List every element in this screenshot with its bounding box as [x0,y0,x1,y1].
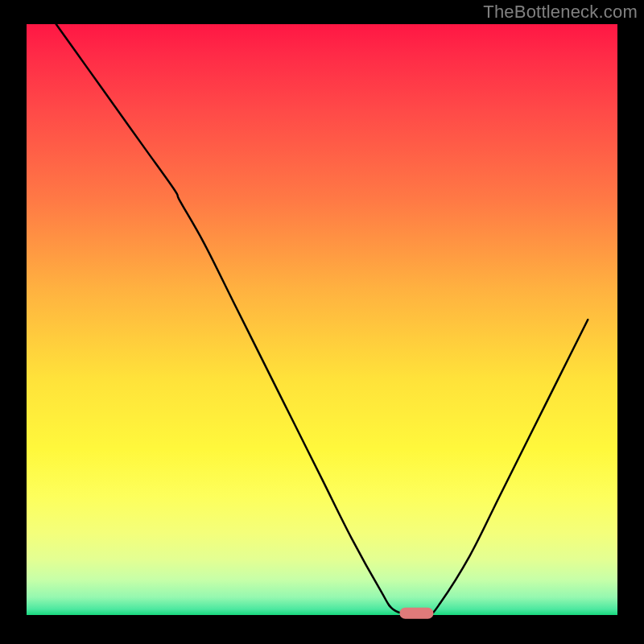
bottleneck-chart [0,0,644,644]
optimum-marker [399,608,433,619]
chart-container: TheBottleneck.com [0,0,644,644]
plot-area [27,24,617,615]
watermark-text: TheBottleneck.com [483,2,638,23]
